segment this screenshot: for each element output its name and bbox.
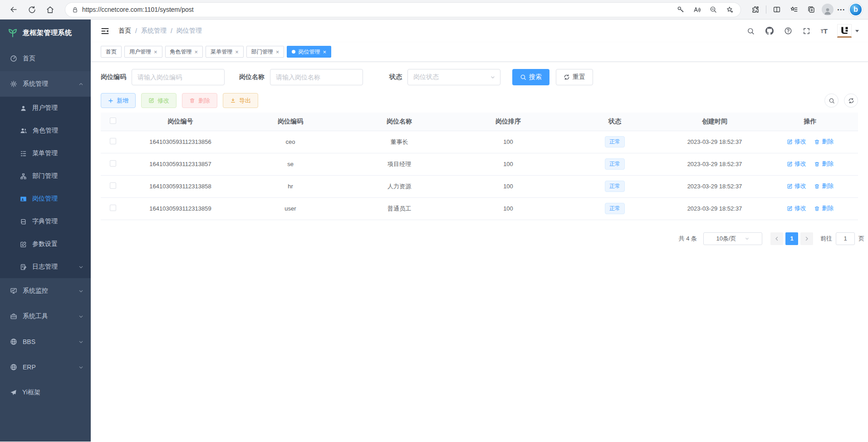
users-icon bbox=[20, 127, 27, 134]
split-screen-icon[interactable] bbox=[770, 3, 784, 16]
browser-settings-more-icon[interactable]: ••• bbox=[837, 7, 845, 12]
topbar-actions: TT bbox=[746, 24, 859, 38]
add-button[interactable]: 新增 bbox=[101, 93, 136, 108]
read-aloud-icon[interactable] bbox=[691, 3, 703, 16]
tab-close-icon[interactable]: × bbox=[235, 49, 239, 55]
breadcrumb-home[interactable]: 首页 bbox=[118, 27, 131, 35]
row-delete-link[interactable]: 删除 bbox=[814, 204, 834, 212]
browser-refresh-button[interactable] bbox=[25, 2, 39, 17]
delete-button[interactable]: 删除 bbox=[182, 93, 217, 108]
row-delete-link[interactable]: 删除 bbox=[814, 160, 834, 168]
page-size-select[interactable]: 10条/页 bbox=[703, 232, 762, 245]
refresh-icon bbox=[564, 74, 570, 80]
post-name-input[interactable] bbox=[270, 69, 363, 85]
sidebar-item-menu-management[interactable]: 菜单管理 bbox=[0, 142, 91, 165]
help-icon[interactable] bbox=[784, 26, 793, 35]
row-checkbox[interactable] bbox=[110, 138, 116, 144]
app-logo[interactable]: 意框架管理系统 bbox=[0, 20, 91, 46]
cell-post-sort: 100 bbox=[454, 197, 563, 220]
row-edit-link[interactable]: 修改 bbox=[787, 204, 806, 212]
row-checkbox[interactable] bbox=[110, 160, 116, 167]
sidebar-item-department-management[interactable]: 部门管理 bbox=[0, 165, 91, 187]
breadcrumb: 首页 / 系统管理 / 岗位管理 bbox=[118, 27, 202, 35]
row-edit-link[interactable]: 修改 bbox=[787, 160, 806, 168]
yi-logo-icon bbox=[839, 26, 849, 35]
sidebar-item-label: ERP bbox=[23, 363, 36, 371]
table-toolbar: 新增 修改 删除 导出 bbox=[101, 93, 858, 108]
sidebar-collapse-icon[interactable] bbox=[101, 27, 109, 35]
sidebar-item-post-management[interactable]: 岗位管理 bbox=[0, 187, 91, 210]
sidebar-item-label: 岗位管理 bbox=[32, 195, 58, 203]
table-refresh-button[interactable] bbox=[844, 93, 858, 108]
tab-close-icon[interactable]: × bbox=[276, 49, 280, 55]
row-checkbox[interactable] bbox=[110, 182, 116, 189]
lock-icon bbox=[72, 6, 78, 13]
row-delete-link[interactable]: 删除 bbox=[814, 182, 834, 190]
row-delete-link[interactable]: 删除 bbox=[814, 138, 834, 146]
copilot-icon[interactable]: b bbox=[849, 3, 863, 16]
sidebar-item-label: 角色管理 bbox=[33, 127, 58, 135]
duplicate-tab-icon[interactable] bbox=[804, 3, 818, 16]
user-avatar-menu[interactable] bbox=[837, 24, 859, 38]
sidebar-item-system-management[interactable]: 系统管理 bbox=[0, 71, 91, 97]
fullscreen-icon[interactable] bbox=[802, 26, 811, 35]
trash-icon bbox=[814, 139, 820, 145]
row-edit-link[interactable]: 修改 bbox=[787, 182, 806, 190]
url-text[interactable]: https://ccnetcore.com:1101/system/post bbox=[82, 6, 194, 13]
tab-post-management[interactable]: 岗位管理 × bbox=[287, 46, 331, 58]
page-number-current[interactable]: 1 bbox=[785, 232, 798, 245]
collections-star-icon[interactable] bbox=[787, 3, 801, 16]
sidebar-item-system-tools[interactable]: 系统工具 bbox=[0, 304, 91, 329]
sidebar-item-erp[interactable]: ERP bbox=[0, 354, 91, 380]
table-search-toggle-button[interactable] bbox=[824, 93, 839, 108]
tab-close-icon[interactable]: × bbox=[323, 49, 326, 55]
tab-close-icon[interactable]: × bbox=[195, 49, 198, 55]
sidebar-item-dictionary-management[interactable]: 字典管理 bbox=[0, 210, 91, 233]
cell-create-time: 2023-03-29 18:52:37 bbox=[667, 153, 762, 175]
sidebar-item-label: 首页 bbox=[23, 54, 35, 63]
tab-user-management[interactable]: 用户管理 × bbox=[124, 46, 162, 58]
next-page-button[interactable] bbox=[800, 232, 813, 245]
tab-menu-management[interactable]: 菜单管理 × bbox=[206, 46, 244, 58]
address-bar[interactable]: https://ccnetcore.com:1101/system/post bbox=[65, 3, 740, 17]
export-button[interactable]: 导出 bbox=[223, 93, 258, 108]
column-header-post-sort: 岗位排序 bbox=[454, 113, 563, 131]
globe-icon bbox=[10, 363, 17, 371]
column-header-post-id: 岗位编号 bbox=[125, 113, 236, 131]
goto-page-input[interactable] bbox=[836, 232, 855, 245]
browser-home-button[interactable] bbox=[43, 2, 57, 17]
sidebar-item-bbs[interactable]: BBS bbox=[0, 329, 91, 354]
tab-department-management[interactable]: 部门管理 × bbox=[246, 46, 284, 58]
cell-create-time: 2023-03-29 18:52:37 bbox=[667, 175, 762, 197]
font-size-icon[interactable]: TT bbox=[821, 28, 828, 34]
sidebar-item-yi-framework[interactable]: Yi框架 bbox=[0, 380, 91, 405]
browser-profile-avatar[interactable] bbox=[822, 4, 834, 15]
search-button[interactable]: 搜索 bbox=[512, 69, 549, 85]
trash-icon bbox=[189, 98, 195, 103]
sidebar-item-home[interactable]: 首页 bbox=[0, 46, 91, 71]
password-key-icon[interactable] bbox=[674, 3, 687, 16]
sidebar-item-system-monitor[interactable]: 系统监控 bbox=[0, 278, 91, 304]
github-icon[interactable] bbox=[765, 26, 774, 35]
cell-post-code: se bbox=[236, 153, 345, 175]
extensions-icon[interactable] bbox=[749, 3, 762, 16]
favorite-add-icon[interactable] bbox=[723, 3, 736, 16]
tab-home[interactable]: 首页 bbox=[101, 46, 122, 58]
sidebar-item-role-management[interactable]: 角色管理 bbox=[0, 119, 91, 142]
header-search-icon[interactable] bbox=[746, 26, 755, 35]
sidebar-item-log-management[interactable]: 日志管理 bbox=[0, 255, 91, 278]
prev-page-button[interactable] bbox=[770, 232, 783, 245]
sidebar-item-parameter-settings[interactable]: 参数设置 bbox=[0, 233, 91, 255]
tab-role-management[interactable]: 角色管理 × bbox=[165, 46, 203, 58]
post-code-input[interactable] bbox=[132, 69, 225, 85]
select-all-checkbox[interactable] bbox=[110, 118, 116, 124]
sidebar-item-user-management[interactable]: 用户管理 bbox=[0, 97, 91, 119]
edit-button[interactable]: 修改 bbox=[141, 93, 177, 108]
row-edit-link[interactable]: 修改 bbox=[787, 138, 806, 146]
zoom-out-icon[interactable] bbox=[707, 3, 720, 16]
reset-button[interactable]: 重置 bbox=[556, 69, 593, 85]
tab-close-icon[interactable]: × bbox=[154, 49, 157, 55]
row-checkbox[interactable] bbox=[110, 205, 116, 211]
status-select[interactable]: 岗位状态 bbox=[407, 69, 500, 85]
browser-back-button[interactable] bbox=[6, 2, 21, 17]
